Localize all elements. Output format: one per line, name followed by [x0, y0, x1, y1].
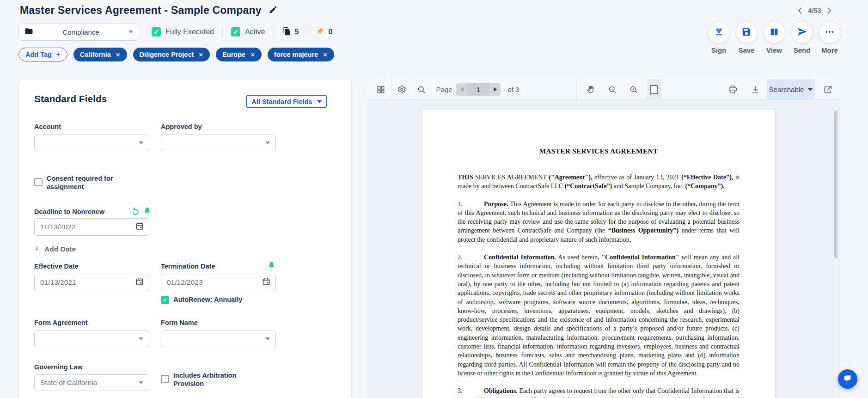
hand-pan-icon[interactable]	[583, 79, 599, 100]
sign-button[interactable]: Sign	[708, 22, 730, 54]
sign-icon	[714, 26, 724, 39]
page-total: of 3	[504, 79, 523, 100]
page-title: Master Services Agreement - Sample Compa…	[20, 4, 262, 17]
view-button[interactable]: View	[763, 22, 785, 54]
bell-icon[interactable]	[267, 261, 276, 272]
action-bar: Sign Save View Send More	[708, 22, 841, 54]
tag-close-icon[interactable]: ✕	[250, 51, 255, 58]
fit-page-icon[interactable]	[647, 79, 661, 100]
chevron-down-icon	[139, 381, 143, 384]
open-external-icon[interactable]	[819, 79, 836, 100]
save-button[interactable]: Save	[735, 22, 758, 54]
tag-close-icon[interactable]: ✕	[116, 51, 121, 58]
copies-count[interactable]: 5	[282, 27, 299, 37]
termination-date-input[interactable]: 01/12/2023	[161, 274, 276, 291]
plus-icon: +	[34, 244, 39, 254]
pushpin-icon	[316, 27, 324, 37]
folder-select[interactable]: Compliance	[18, 24, 139, 41]
folder-icon	[24, 27, 33, 37]
pdf-toolbar: Page 1 of 3 Searchable	[367, 79, 840, 100]
governing-law-select[interactable]: State of California	[34, 374, 149, 391]
send-button[interactable]: Send	[791, 22, 813, 54]
download-icon[interactable]	[747, 79, 764, 100]
tag-label: force majeure	[274, 51, 318, 58]
document-paragraph: 1.Purpose. This Agreement is made in ord…	[458, 200, 740, 244]
approved-by-select[interactable]	[161, 135, 276, 151]
autorenew-checkbox[interactable]: ✓ AutoRenew: Annually	[161, 296, 242, 304]
approved-by-label: Approved by	[161, 123, 202, 130]
scrollbar-thumb[interactable]	[834, 110, 837, 258]
more-dots-icon	[824, 26, 835, 39]
consent-checkbox[interactable]: Consent required for assignment	[34, 175, 127, 191]
zoom-out-icon[interactable]	[604, 79, 621, 100]
form-name-select[interactable]	[161, 331, 276, 347]
divider	[391, 79, 392, 100]
document-title: MASTER SERVICES AGREEMENT	[458, 147, 740, 155]
save-icon	[741, 27, 752, 39]
tag[interactable]: force majeure✕	[268, 48, 334, 61]
checked-checkbox-icon: ✓	[231, 27, 240, 37]
tag[interactable]: Europe✕	[216, 48, 262, 61]
add-tag-button[interactable]: Add Tag +	[18, 48, 67, 61]
reset-date-icon[interactable]	[131, 207, 140, 218]
chevron-down-icon	[139, 141, 143, 144]
calendar-icon[interactable]	[135, 221, 144, 233]
contract-page: Master Services Agreement - Sample Compa…	[0, 0, 868, 398]
account-select[interactable]	[34, 135, 149, 151]
document-paragraph: THIS SERVICES AGREEMENT ("Agreement"), e…	[458, 173, 740, 191]
pdf-viewer: Page 1 of 3 Searchable MASTER SERVICES A…	[367, 79, 840, 398]
fully-executed-checkbox[interactable]: ✓ Fully Executed	[152, 27, 214, 37]
edit-title-icon[interactable]	[269, 5, 278, 16]
record-pager: 4/53	[798, 6, 831, 14]
next-page-button[interactable]	[489, 83, 501, 96]
pdf-scrollbar[interactable]	[834, 100, 838, 398]
divider	[307, 26, 307, 37]
form-agreement-select[interactable]	[34, 331, 149, 347]
thumbnails-grid-icon[interactable]	[373, 79, 389, 100]
calendar-icon[interactable]	[262, 277, 271, 288]
zoom-in-icon[interactable]	[625, 79, 642, 100]
standard-fields-panel: Standard Fields All Standard Fields Acco…	[18, 79, 352, 398]
add-date-button[interactable]: + Add Date	[34, 244, 76, 254]
tag-close-icon[interactable]: ✕	[198, 51, 203, 58]
tag-label: California	[80, 51, 111, 58]
pdf-page[interactable]: MASTER SERVICES AGREEMENT THIS SERVICES …	[422, 110, 775, 398]
document-paragraph: 3.Obligations. Each party agrees to requ…	[458, 386, 740, 398]
effective-date-input[interactable]: 01/13/2021	[34, 274, 149, 291]
settings-gear-icon[interactable]	[393, 79, 409, 100]
record-position: 4/53	[808, 6, 821, 14]
page-number-input[interactable]: 1	[467, 83, 489, 96]
active-checkbox[interactable]: ✓ Active	[231, 27, 265, 37]
deadline-date-input[interactable]: 11/13/2022	[34, 218, 149, 236]
calendar-icon[interactable]	[135, 277, 144, 288]
chevron-down-icon	[317, 100, 322, 103]
arbitration-checkbox[interactable]: Includes Arbitration Provision	[161, 372, 258, 388]
search-icon[interactable]	[414, 79, 429, 100]
divider	[576, 79, 577, 100]
meta-row: Compliance ✓ Fully Executed ✓ Active 5 0	[18, 23, 332, 41]
tag[interactable]: Diligence Project✕	[133, 48, 210, 61]
prev-record-icon[interactable]	[798, 7, 802, 14]
unchecked-checkbox-icon	[34, 178, 43, 186]
divider	[274, 26, 274, 37]
searchable-dropdown[interactable]: Searchable	[767, 79, 815, 100]
pinned-count[interactable]: 0	[316, 27, 332, 37]
divider	[411, 79, 411, 100]
tag-row: Add Tag + California✕Diligence Project✕E…	[18, 48, 334, 61]
form-agreement-label: Form Agreement	[34, 319, 87, 326]
tag[interactable]: California✕	[73, 48, 127, 61]
chevron-down-icon	[139, 337, 143, 340]
prev-page-button[interactable]	[456, 83, 467, 96]
form-name-label: Form Name	[161, 319, 198, 326]
print-icon[interactable]	[724, 79, 741, 100]
next-record-icon[interactable]	[827, 7, 831, 14]
termination-date-label: Termination Date	[161, 263, 215, 270]
more-button[interactable]: More	[819, 22, 841, 54]
bell-icon[interactable]	[143, 207, 152, 217]
fields-filter-button[interactable]: All Standard Fields	[246, 95, 327, 108]
chevron-down-icon	[808, 88, 813, 91]
chat-launcher-button[interactable]	[838, 369, 857, 389]
chevron-down-icon	[128, 31, 133, 33]
tag-close-icon[interactable]: ✕	[323, 51, 328, 58]
panel-title: Standard Fields	[34, 93, 107, 104]
